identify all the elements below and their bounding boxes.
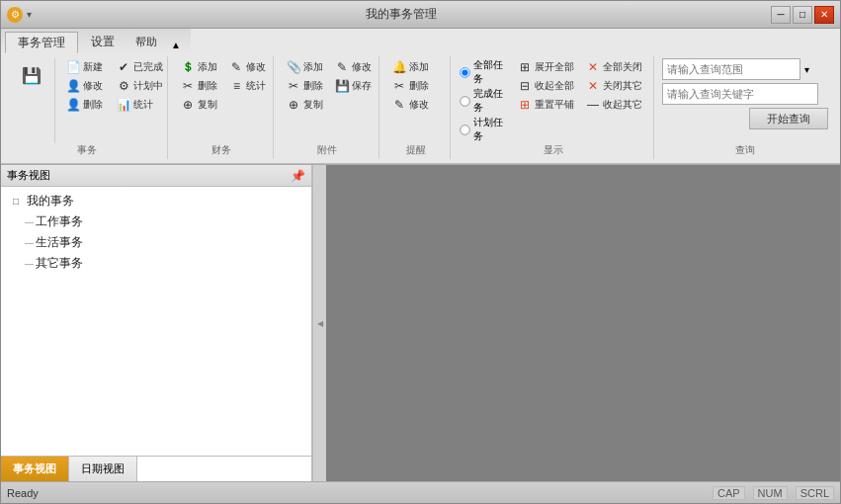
del-attach-button[interactable]: ✂ 删除 — [282, 77, 328, 95]
collapse-all-button[interactable]: ⊟ 收起全部 — [513, 77, 579, 95]
del-finance-button[interactable]: ✂ 删除 — [176, 77, 222, 95]
close-button[interactable]: ✕ — [814, 6, 834, 24]
window-controls: ─ □ ✕ — [771, 6, 834, 24]
right-scroll-handle[interactable]: ◀ — [312, 165, 326, 481]
ribbon-group-attachment: 📎 添加 ✂ 删除 ⊕ 复制 — [276, 56, 379, 159]
mod-reminder-button[interactable]: ✎ 修改 — [387, 96, 434, 114]
expand-all-button[interactable]: ⊞ 展开全部 — [513, 58, 579, 76]
del-reminder-icon: ✂ — [392, 79, 406, 93]
close-other-button[interactable]: ✕ 关闭其它 — [581, 77, 647, 95]
tab-date-view[interactable]: 日期视图 — [69, 457, 137, 481]
add-attach-icon: 📎 — [287, 60, 300, 74]
ribbon-group-finance: ＄ 添加 ✂ 删除 ⊕ 复制 ✎ — [170, 56, 274, 159]
tree-item-life[interactable]: — 生活事务 — [1, 232, 311, 253]
add-finance-icon: ＄ — [181, 60, 195, 74]
tree-label-life: 生活事务 — [36, 234, 83, 251]
minimize-button[interactable]: ─ — [771, 6, 791, 24]
main-window: ⚙ ▾ 我的事务管理 ─ □ ✕ 事务管理 设置 帮助 ▲ — [0, 0, 841, 504]
minimize-other-icon: — — [586, 98, 600, 112]
ribbon-content: 💾 📄 新建 👤 修改 — [1, 52, 840, 164]
save-icon: 💾 — [20, 63, 43, 87]
finance-col: ＄ 添加 ✂ 删除 ⊕ 复制 — [176, 58, 222, 143]
close-all-icon: ✕ — [586, 60, 600, 74]
ribbon-group-reminder: 🔔 添加 ✂ 删除 ✎ 修改 提醒 — [381, 56, 451, 159]
tab-settings[interactable]: 设置 — [78, 31, 127, 52]
attach-group-label: 附件 — [276, 143, 378, 157]
save-button[interactable]: 💾 — [13, 58, 50, 94]
ribbon-group-display: 全部任务 完成任务 计划任务 ⊞ — [453, 56, 654, 159]
copy-finance-button[interactable]: ⊕ 复制 — [176, 96, 222, 114]
display-btns-col2: ✕ 全部关闭 ✕ 关闭其它 — 收起其它 — [581, 58, 647, 143]
tree-expand-root[interactable]: □ — [13, 196, 27, 207]
add-reminder-button[interactable]: 🔔 添加 — [387, 58, 434, 76]
edit-task-button[interactable]: 👤 修改 — [61, 77, 108, 95]
copy-attach-button[interactable]: ⊕ 复制 — [282, 96, 328, 114]
stat-icon: 📊 — [117, 98, 130, 112]
start-query-button[interactable]: 开始查询 — [749, 108, 828, 129]
tile-button[interactable]: ⊞ 重置平铺 — [513, 96, 579, 114]
plan-task-button[interactable]: ⚙ 计划中 — [112, 77, 168, 95]
search-range-input[interactable] — [662, 58, 800, 80]
radio-complete-tasks[interactable]: 完成任务 — [459, 87, 505, 115]
display-group-label: 显示 — [453, 143, 653, 157]
minimize-other-button[interactable]: — 收起其它 — [581, 96, 647, 114]
panel-header: 事务视图 📌 — [1, 165, 311, 187]
tree-item-other[interactable]: — 其它事务 — [1, 253, 311, 274]
status-text: Ready — [7, 487, 39, 499]
ribbon-collapse-btn[interactable]: ▲ — [165, 38, 187, 52]
plan-icon: ⚙ — [117, 79, 130, 93]
add-finance-button[interactable]: ＄ 添加 — [176, 58, 222, 76]
complete-task-button[interactable]: ✔ 已完成 — [112, 58, 168, 76]
mod-finance-icon: ✎ — [229, 60, 243, 74]
attach-group-content: 📎 添加 ✂ 删除 ⊕ 复制 — [282, 58, 373, 157]
window-title: 我的事务管理 — [366, 6, 437, 23]
del-finance-icon: ✂ — [181, 79, 195, 93]
collapse-all-icon: ⊟ — [518, 79, 532, 93]
stat-finance-button[interactable]: ≡ 统计 — [224, 77, 271, 95]
app-icon: ⚙ — [7, 7, 23, 23]
reminder-group-label: 提醒 — [381, 143, 450, 157]
ribbon-tabs: 事务管理 设置 帮助 ▲ — [1, 29, 191, 52]
tree-label-work: 工作事务 — [36, 213, 83, 230]
tab-task-view[interactable]: 事务视图 — [1, 457, 69, 481]
new-task-button[interactable]: 📄 新建 — [61, 58, 108, 76]
search-keyword-input[interactable] — [662, 83, 818, 105]
tree-view: □ 我的事务 — 工作事务 — [1, 187, 311, 456]
title-bar: ⚙ ▾ 我的事务管理 ─ □ ✕ — [1, 1, 840, 29]
del-reminder-button[interactable]: ✂ 删除 — [387, 77, 434, 95]
title-bar-dropdown-arrow[interactable]: ▾ — [27, 9, 32, 20]
delete-task-button[interactable]: 👤 删除 — [61, 96, 108, 114]
reminder-group-content: 🔔 添加 ✂ 删除 ✎ 修改 — [387, 58, 444, 157]
radio-plan-tasks[interactable]: 计划任务 — [459, 116, 505, 143]
search-range-dropdown[interactable]: ▾ — [802, 62, 811, 77]
restore-button[interactable]: □ — [793, 6, 812, 24]
new-icon: 📄 — [66, 60, 80, 74]
panel-pin-button[interactable]: 📌 — [291, 169, 305, 183]
add-attach-button[interactable]: 📎 添加 — [282, 58, 328, 76]
tasks-group-content: 💾 📄 新建 👤 修改 — [13, 58, 161, 157]
cap-indicator: CAP — [713, 486, 745, 500]
display-radios: 全部任务 完成任务 计划任务 — [459, 58, 505, 143]
display-btns-col1: ⊞ 展开全部 ⊟ 收起全部 ⊞ 重置平铺 — [513, 58, 579, 143]
query-group-label: 查询 — [656, 143, 834, 157]
radio-all-tasks[interactable]: 全部任务 — [459, 58, 505, 86]
expand-all-icon: ⊞ — [518, 60, 532, 74]
close-all-button[interactable]: ✕ 全部关闭 — [581, 58, 647, 76]
stat-task-button[interactable]: 📊 统计 — [112, 96, 168, 114]
attach-col: 📎 添加 ✂ 删除 ⊕ 复制 — [282, 58, 328, 143]
tab-help[interactable]: 帮助 — [127, 31, 165, 52]
edit-icon: 👤 — [66, 79, 80, 93]
save-attach-button[interactable]: 💾 保存 — [330, 77, 377, 95]
tab-tasks[interactable]: 事务管理 — [5, 32, 78, 53]
tree-item-root[interactable]: □ 我的事务 — [1, 191, 311, 211]
add-reminder-icon: 🔔 — [392, 60, 406, 74]
ribbon: 事务管理 设置 帮助 ▲ 💾 — [1, 29, 840, 165]
tree-item-work[interactable]: — 工作事务 — [1, 211, 311, 232]
reminder-col: 🔔 添加 ✂ 删除 ✎ 修改 — [387, 58, 434, 143]
finance-group-label: 财务 — [170, 143, 273, 157]
main-area: 事务视图 📌 □ 我的事务 — — [1, 165, 840, 481]
mod-finance-button[interactable]: ✎ 修改 — [224, 58, 271, 76]
status-indicators: CAP NUM SCRL — [713, 486, 834, 500]
mod-attach-button[interactable]: ✎ 修改 — [330, 58, 377, 76]
tile-icon: ⊞ — [518, 98, 532, 112]
